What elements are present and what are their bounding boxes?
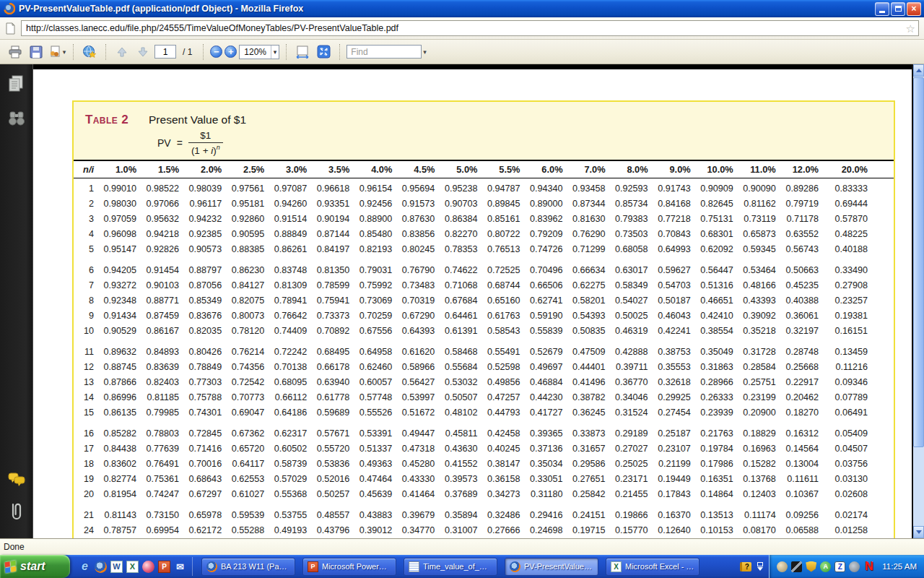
norton-icon[interactable]: N	[863, 561, 874, 572]
value-cell: 0.81954	[100, 487, 142, 502]
zapp-icon[interactable]: Z	[834, 561, 845, 572]
value-cell: 0.65978	[185, 502, 227, 523]
close-button[interactable]: ×	[907, 2, 921, 16]
attachments-panel-icon[interactable]	[7, 501, 26, 522]
title-bar[interactable]: PV-PresentValueTable.pdf (application/pd…	[0, 0, 924, 17]
value-cell: 0.53032	[440, 375, 483, 390]
value-cell: 0.17986	[697, 457, 739, 472]
value-cell: 0.25751	[739, 375, 782, 390]
value-cell: 0.16312	[782, 420, 824, 441]
word-icon[interactable]: W	[110, 561, 123, 573]
column-header: 5.0%	[440, 160, 483, 178]
bookmark-star-icon[interactable]: ☆	[906, 23, 915, 34]
taskbar-task-button[interactable]: BA 213 W11 (Pasc...	[201, 558, 295, 576]
collaborate-icon[interactable]: ▾	[48, 43, 66, 61]
firefox-icon	[510, 561, 520, 572]
print-icon[interactable]	[6, 43, 25, 61]
value-cell: 0.88771	[142, 293, 185, 309]
msn-icon[interactable]	[777, 561, 788, 572]
find-caret-icon[interactable]: ▾	[423, 48, 427, 56]
scroll-down-button[interactable]	[913, 526, 924, 538]
scrollbar-track[interactable]	[913, 447, 924, 526]
value-cell: 0.52598	[483, 360, 526, 375]
zoom-in-icon[interactable]: +	[225, 46, 237, 58]
excel-icon[interactable]: X	[126, 561, 139, 573]
value-cell: 0.01258	[824, 523, 894, 538]
tool-icon[interactable]	[791, 561, 802, 572]
vertical-scrollbar[interactable]	[912, 64, 924, 538]
value-cell: 0.83856	[398, 227, 440, 242]
period-cell: 4	[74, 227, 100, 242]
comments-panel-icon[interactable]	[7, 472, 26, 488]
taskbar-clock[interactable]: 11:25 AM	[882, 562, 917, 571]
value-cell: 0.90595	[227, 227, 270, 242]
search-binoculars-icon[interactable]	[7, 111, 26, 126]
fit-width-icon[interactable]	[293, 43, 312, 61]
value-cell: 0.66112	[270, 390, 313, 405]
minimize-button[interactable]	[875, 2, 889, 16]
scroll-up-button[interactable]	[913, 64, 924, 77]
firefox-icon	[4, 3, 15, 14]
value-cell: 0.57029	[270, 472, 313, 487]
value-cell: 0.66178	[313, 360, 355, 375]
taskbar-task-button[interactable]: PV-PresentValueT...	[505, 558, 598, 576]
firefox-icon[interactable]	[95, 561, 107, 573]
outlook-icon[interactable]: ✉	[174, 561, 186, 573]
shield-icon[interactable]	[806, 561, 816, 572]
table-label: Table 2	[85, 113, 128, 127]
zoom-out-icon[interactable]: −	[210, 46, 222, 58]
value-cell: 0.62275	[569, 278, 611, 293]
taskbar-task-button[interactable]: PMicrosoft PowerPo...	[302, 558, 396, 576]
value-cell: 0.33873	[569, 420, 611, 441]
web-publish-icon[interactable]	[80, 43, 99, 61]
dim-icon[interactable]	[849, 561, 860, 572]
value-cell: 0.82193	[355, 242, 398, 257]
zoom-level-select[interactable]: 120% ▾	[239, 45, 279, 59]
url-bar[interactable]: http://classes.lanecc.edu/file.php/24555…	[21, 20, 919, 36]
restore-button[interactable]	[891, 2, 905, 16]
value-cell: 0.65720	[227, 441, 270, 457]
value-cell: 0.88849	[270, 227, 313, 242]
value-cell: 0.49447	[398, 420, 440, 441]
powerpoint-icon[interactable]: P	[158, 561, 170, 573]
value-cell: 0.97066	[142, 197, 185, 212]
value-cell: 0.37136	[526, 441, 568, 457]
value-cell: 0.41552	[440, 457, 483, 472]
avg-icon[interactable]: A	[820, 561, 831, 572]
value-cell: 0.87344	[569, 197, 611, 212]
next-page-icon[interactable]	[134, 43, 152, 61]
help-icon[interactable]: ?	[740, 562, 751, 571]
value-cell: 0.97561	[227, 178, 270, 197]
value-cell: 0.88900	[355, 212, 398, 227]
value-cell: 0.96098	[100, 227, 142, 242]
value-cell: 0.76642	[270, 309, 313, 324]
table-row: 60.942050.914540.887970.862300.837480.81…	[74, 257, 894, 278]
save-icon[interactable]	[27, 43, 45, 61]
taskbar-task-button[interactable]: XMicrosoft Excel - r...	[606, 558, 699, 576]
value-cell: 0.10367	[782, 487, 824, 502]
keys-icon[interactable]	[142, 561, 154, 573]
page-number-input[interactable]	[154, 45, 176, 59]
page-favicon-icon	[5, 22, 16, 35]
ie-icon[interactable]: e	[79, 561, 91, 573]
value-cell: 0.71299	[569, 242, 611, 257]
table-row: 210.811430.731500.659780.595390.537550.4…	[74, 502, 894, 523]
value-cell: 0.46319	[611, 324, 654, 339]
start-button[interactable]: start	[0, 555, 70, 578]
value-cell: 0.62317	[270, 420, 313, 441]
value-cell: 0.45639	[355, 487, 398, 502]
value-cell: 0.53464	[739, 257, 782, 278]
hidden-icons-chevron[interactable]	[757, 562, 763, 571]
value-cell: 0.92456	[355, 197, 398, 212]
value-cell: 0.11216	[824, 360, 894, 375]
fit-page-icon[interactable]	[314, 43, 333, 61]
scrollbar-thumb[interactable]	[913, 77, 924, 447]
table-row: 130.878660.824030.773030.725420.680950.6…	[74, 375, 894, 390]
value-cell: 0.81630	[569, 212, 611, 227]
zoom-caret-icon[interactable]: ▾	[271, 46, 279, 59]
find-input[interactable]	[346, 45, 422, 59]
pages-panel-icon[interactable]	[7, 74, 26, 93]
previous-page-icon[interactable]	[113, 43, 131, 61]
value-cell: 0.96154	[355, 178, 398, 197]
taskbar-task-button[interactable]: Time_value_of_mo...	[404, 558, 497, 576]
